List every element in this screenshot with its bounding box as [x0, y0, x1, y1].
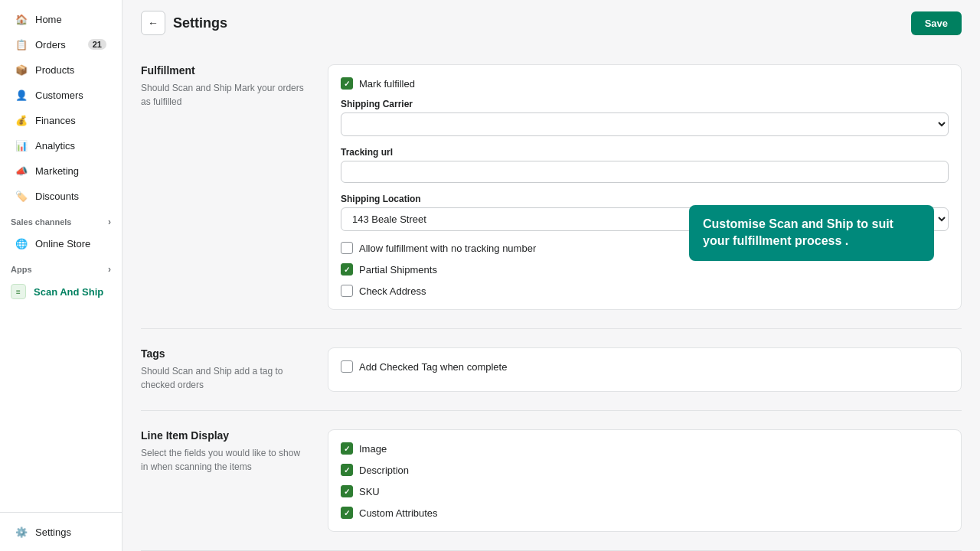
sku-checkbox[interactable] — [341, 485, 353, 497]
sidebar-item-label: Products — [35, 64, 74, 76]
add-checked-tag-checkbox[interactable] — [341, 360, 353, 373]
sales-channels-label: Sales channels — [11, 217, 72, 227]
sidebar-item-label: Discounts — [35, 191, 79, 202]
image-label: Image — [359, 443, 387, 455]
sidebar-item-label: Customers — [35, 90, 83, 101]
sidebar-item-scan-and-ship[interactable]: ≡ Scan And Ship — [0, 278, 122, 305]
sidebar-item-label: Marketing — [35, 165, 79, 177]
back-arrow-icon: ← — [148, 17, 158, 29]
sidebar-item-orders[interactable]: 📋 Orders 21 — [5, 32, 117, 57]
sales-channels-section: Sales channels › — [0, 209, 122, 230]
allow-fulfillment-label: Allow fulfillment with no tracking numbe… — [359, 243, 536, 254]
partial-shipments-label: Partial Shipments — [359, 264, 437, 276]
mark-fulfilled-checkbox[interactable] — [341, 77, 353, 90]
sidebar: 🏠 Home 📋 Orders 21 📦 Products 👤 Customer… — [0, 0, 122, 551]
apps-label: Apps — [11, 265, 32, 274]
mark-fulfilled-label: Mark fulfilled — [359, 78, 415, 90]
settings-icon: ⚙️ — [15, 526, 28, 538]
tags-section-info: Tags Should Scan and Ship add a tag to c… — [141, 347, 309, 392]
tracking-url-input[interactable] — [341, 161, 949, 183]
partial-shipments-row: Partial Shipments — [341, 263, 949, 276]
tags-description: Should Scan and Ship add a tag to checke… — [141, 364, 309, 392]
main-content: ← Settings Save Fulfillment Should Scan … — [122, 0, 980, 551]
fulfillment-section-info: Fulfillment Should Scan and Ship Mark yo… — [141, 64, 309, 310]
description-label: Description — [359, 465, 409, 476]
shipping-location-label: Shipping Location — [341, 194, 949, 204]
sidebar-item-discounts[interactable]: 🏷️ Discounts — [5, 184, 117, 208]
finances-icon: 💰 — [15, 114, 28, 126]
marketing-icon: 📣 — [15, 165, 28, 177]
sidebar-item-label: Orders — [35, 39, 66, 51]
line-item-card: Image Description SKU Custom Attributes — [328, 429, 962, 532]
sidebar-item-label: Analytics — [35, 140, 75, 152]
sidebar-item-marketing[interactable]: 📣 Marketing — [5, 158, 117, 183]
custom-attributes-label: Custom Attributes — [359, 507, 438, 519]
tags-section: Tags Should Scan and Ship add a tag to c… — [141, 329, 962, 411]
fulfillment-section: Fulfillment Should Scan and Ship Mark yo… — [141, 46, 962, 329]
sidebar-item-label: Scan And Ship — [34, 286, 103, 298]
back-button[interactable]: ← — [141, 11, 165, 35]
partial-shipments-checkbox[interactable] — [341, 263, 353, 276]
fulfillment-card: Mark fulfilled Shipping Carrier Tracking… — [328, 64, 962, 310]
sidebar-item-analytics[interactable]: 📊 Analytics — [5, 133, 117, 158]
sidebar-item-products[interactable]: 📦 Products — [5, 57, 117, 82]
save-button[interactable]: Save — [911, 11, 962, 35]
check-address-label: Check Address — [359, 285, 426, 297]
allow-fulfillment-checkbox[interactable] — [341, 242, 353, 254]
sidebar-item-customers[interactable]: 👤 Customers — [5, 83, 117, 107]
tags-title: Tags — [141, 347, 309, 360]
shipping-carrier-field: Shipping Carrier — [341, 99, 949, 136]
settings-content: Fulfillment Should Scan and Ship Mark yo… — [122, 46, 980, 551]
orders-badge: 21 — [88, 39, 106, 50]
orders-icon: 📋 — [15, 38, 28, 51]
add-checked-tag-row: Add Checked Tag when complete — [341, 360, 949, 373]
fulfillment-title: Fulfillment — [141, 64, 309, 77]
tracking-url-field: Tracking url — [341, 147, 949, 183]
check-address-checkbox[interactable] — [341, 285, 353, 297]
sidebar-item-label: Finances — [35, 115, 76, 126]
image-row: Image — [341, 442, 949, 455]
products-icon: 📦 — [15, 64, 28, 76]
description-row: Description — [341, 464, 949, 476]
scan-and-ship-icon: ≡ — [11, 284, 26, 299]
tooltip-text: Customise Scan and Ship to suit your ful… — [703, 217, 893, 247]
page-header: ← Settings Save — [122, 0, 980, 46]
line-item-section-info: Line Item Display Select the fields you … — [141, 429, 309, 532]
fulfillment-description: Should Scan and Ship Mark your orders as… — [141, 81, 309, 109]
sidebar-item-online-store[interactable]: 🌐 Online Store — [5, 231, 117, 256]
discounts-icon: 🏷️ — [15, 190, 28, 202]
add-checked-tag-label: Add Checked Tag when complete — [359, 361, 507, 373]
check-address-row: Check Address — [341, 285, 949, 297]
line-item-display-section: Line Item Display Select the fields you … — [141, 411, 962, 551]
analytics-icon: 📊 — [15, 139, 28, 152]
line-item-description: Select the fields you would like to show… — [141, 446, 309, 474]
shipping-carrier-label: Shipping Carrier — [341, 99, 949, 109]
tags-card: Add Checked Tag when complete — [328, 347, 962, 392]
sidebar-nav: 🏠 Home 📋 Orders 21 📦 Products 👤 Customer… — [0, 0, 122, 305]
page-title: Settings — [173, 15, 227, 31]
line-item-title: Line Item Display — [141, 429, 309, 442]
image-checkbox[interactable] — [341, 442, 353, 455]
chevron-right-icon: › — [108, 264, 111, 275]
home-icon: 🏠 — [15, 13, 28, 25]
sidebar-item-settings[interactable]: ⚙️ Settings — [5, 520, 117, 544]
mark-fulfilled-row: Mark fulfilled — [341, 77, 949, 90]
sidebar-item-finances[interactable]: 💰 Finances — [5, 108, 117, 132]
sidebar-bottom: ⚙️ Settings — [0, 512, 122, 551]
sidebar-item-home[interactable]: 🏠 Home — [5, 7, 117, 31]
online-store-icon: 🌐 — [15, 237, 28, 249]
custom-attributes-row: Custom Attributes — [341, 507, 949, 519]
description-checkbox[interactable] — [341, 464, 353, 476]
customers-icon: 👤 — [15, 89, 28, 101]
sku-label: SKU — [359, 486, 380, 497]
chevron-right-icon: › — [108, 217, 111, 227]
page-header-left: ← Settings — [141, 11, 227, 35]
shipping-carrier-select[interactable] — [341, 112, 949, 136]
tooltip-box: Customise Scan and Ship to suit your ful… — [689, 205, 934, 261]
tracking-url-label: Tracking url — [341, 147, 949, 158]
custom-attributes-checkbox[interactable] — [341, 507, 353, 519]
sidebar-item-label: Settings — [35, 527, 71, 538]
sidebar-item-label: Home — [35, 14, 62, 25]
sku-row: SKU — [341, 485, 949, 497]
sidebar-item-label: Online Store — [35, 238, 90, 249]
